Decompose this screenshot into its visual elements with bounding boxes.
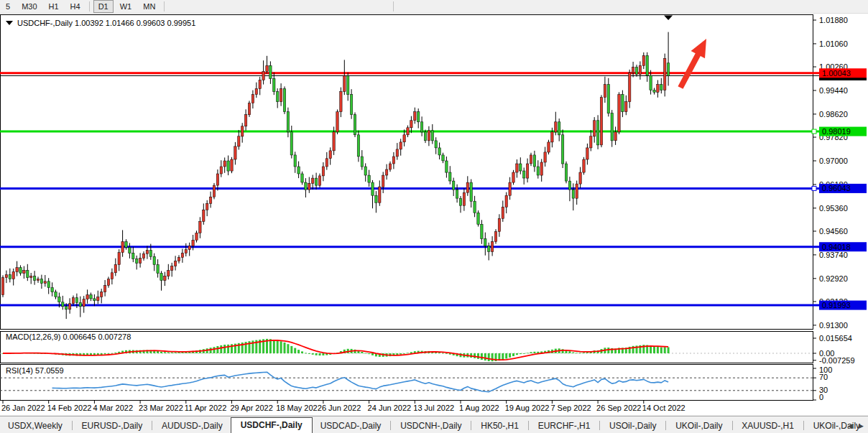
svg-text:26 Sep 2022: 26 Sep 2022 <box>596 404 641 412</box>
tab-separator <box>152 421 152 430</box>
chart-tab-usdx-weekly[interactable]: USDX,Weekly <box>0 419 70 433</box>
toolbar-separator <box>89 1 90 11</box>
svg-text:23 Mar 2022: 23 Mar 2022 <box>139 404 183 412</box>
timeframe-button-M30[interactable]: M30 <box>17 0 42 13</box>
timeframe-toolbar: 5M30H1H4D1W1MN <box>0 0 868 14</box>
svg-text:1.01060: 1.01060 <box>819 39 848 48</box>
tab-separator <box>599 421 600 430</box>
svg-text:0.015654: 0.015654 <box>819 334 852 343</box>
svg-text:4 Mar 2022: 4 Mar 2022 <box>93 404 133 412</box>
svg-text:11 Apr 2022: 11 Apr 2022 <box>185 404 227 412</box>
timeframe-button-5[interactable]: 5 <box>1 0 15 13</box>
tab-separator <box>528 421 529 430</box>
svg-text:0.94018: 0.94018 <box>822 243 851 251</box>
svg-text:1.01880: 1.01880 <box>819 16 848 24</box>
chart-tab-eurchf-h1[interactable]: EURCHF-,H1 <box>530 419 599 433</box>
tab-separator <box>803 421 804 430</box>
chart-tabs-bar: USDX,WeeklyEURUSD-,DailyAUDUSD-,DailyUSD… <box>0 416 868 433</box>
rsi-pane <box>1 365 813 401</box>
svg-text:6 Jun 2022: 6 Jun 2022 <box>322 404 361 412</box>
macd-label: MACD(12,26,9) 0.006645 0.007278 <box>6 332 131 341</box>
hline-price-label: 0.98019 <box>819 127 867 136</box>
svg-text:29 Apr 2022: 29 Apr 2022 <box>231 404 273 412</box>
timeframe-button-W1[interactable]: W1 <box>115 0 137 13</box>
svg-text:0.91993: 0.91993 <box>822 301 851 309</box>
tab-separator <box>72 421 73 430</box>
chart-tab-audusd-daily[interactable]: AUDUSD-,Daily <box>154 419 231 433</box>
svg-text:0.91300: 0.91300 <box>819 321 848 330</box>
svg-text:19 Aug 2022: 19 Aug 2022 <box>505 404 550 412</box>
timeframe-button-H1[interactable]: H1 <box>44 0 64 13</box>
hline-price-label: 0.96043 <box>819 184 867 193</box>
svg-text:1 Aug 2022: 1 Aug 2022 <box>459 404 499 412</box>
svg-text:26 Jan 2022: 26 Jan 2022 <box>1 404 45 412</box>
chart-tab-hk50-h1[interactable]: HK50-,H1 <box>473 419 527 433</box>
chart-tab-usdcnh-daily[interactable]: USDCNH-,Daily <box>392 419 469 433</box>
rsi-label: RSI(14) 57.0559 <box>6 366 64 375</box>
svg-text:0.97000: 0.97000 <box>819 157 848 165</box>
tab-separator <box>390 421 391 430</box>
svg-text:14 Feb 2022: 14 Feb 2022 <box>47 404 92 412</box>
svg-text:0.96043: 0.96043 <box>822 184 851 192</box>
svg-text:USDCHF-,Daily 1.00392 1.01466: USDCHF-,Daily 1.00392 1.01466 0.99603 0.… <box>17 19 195 27</box>
hline-handle[interactable] <box>812 129 816 134</box>
svg-text:24 Jun 2022: 24 Jun 2022 <box>368 404 412 412</box>
svg-text:0.98019: 0.98019 <box>822 127 851 136</box>
timeframe-button-MN[interactable]: MN <box>138 0 160 13</box>
timeframe-button-H4[interactable]: H4 <box>65 0 86 13</box>
chart-tab-usdchf-daily[interactable]: USDCHF-,Daily <box>231 417 313 433</box>
tab-scroll-arrows-icon[interactable]: ◀ ▶ <box>848 422 866 429</box>
svg-text:13 Jul 2022: 13 Jul 2022 <box>413 404 454 412</box>
chart-tab-ukoil-daily[interactable]: UKOil-,Daily <box>668 419 730 433</box>
hline-price-label: 0.91993 <box>819 301 867 310</box>
svg-text:0.93740: 0.93740 <box>819 251 848 259</box>
toolbar-separator <box>164 1 165 11</box>
chart-title: USDCHF-,Daily 1.00392 1.01466 0.99603 0.… <box>6 19 195 27</box>
svg-text:0.94560: 0.94560 <box>819 227 848 236</box>
svg-text:-0.007259: -0.007259 <box>819 356 855 365</box>
svg-text:0.98620: 0.98620 <box>819 110 848 118</box>
tab-separator <box>471 421 471 430</box>
svg-text:0.99440: 0.99440 <box>819 86 848 95</box>
svg-text:0: 0 <box>819 393 823 401</box>
timeframe-button-D1[interactable]: D1 <box>93 0 114 13</box>
svg-text:18 May 2022: 18 May 2022 <box>276 404 322 412</box>
mt4-window: { "toolbar": {"buttons": ["5","M30","H1"… <box>0 0 868 433</box>
chart-canvas[interactable]: 1.018801.010601.002600.994400.986200.978… <box>0 0 868 433</box>
svg-text:70: 70 <box>819 373 828 381</box>
toolbar-separator <box>393 1 394 11</box>
tab-separator <box>665 421 666 430</box>
svg-text:7 Sep 2022: 7 Sep 2022 <box>550 404 591 412</box>
hline-handle[interactable] <box>812 186 816 190</box>
tab-separator <box>732 421 733 430</box>
chart-tab-usdcad-daily[interactable]: USDCAD-,Daily <box>313 419 389 433</box>
svg-text:0.95360: 0.95360 <box>819 204 848 213</box>
chart-tab-eurusd-daily[interactable]: EURUSD-,Daily <box>74 419 151 433</box>
chart-tab-usoil-daily[interactable]: USOil-,Daily <box>601 419 664 433</box>
svg-text:1.00043: 1.00043 <box>822 69 851 78</box>
svg-text:0.92920: 0.92920 <box>819 274 848 283</box>
svg-text:14 Oct 2022: 14 Oct 2022 <box>642 404 685 412</box>
hline-price-label: 1.00043 <box>819 68 867 78</box>
hline-price-label: 0.94018 <box>819 242 867 251</box>
chart-tab-xauusd-h1[interactable]: XAUUSD-,H1 <box>734 419 802 433</box>
